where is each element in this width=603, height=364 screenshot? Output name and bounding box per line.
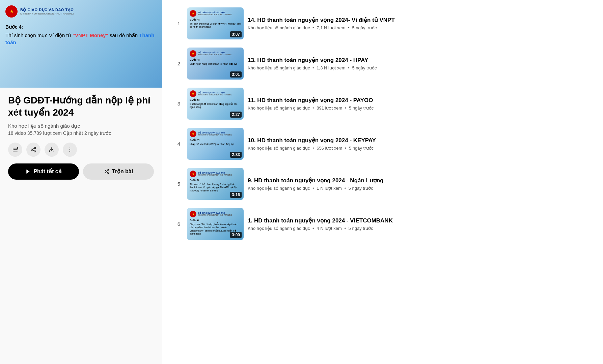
video-subtitle: Kho học liệu số ngành giáo dục • 891 lượ… [248,105,590,111]
video-list: 1 ★ BỘ GIÁO DỤC VÀ ĐÀO TẠO MINISTRY OF E… [172,3,593,244]
logo-icon: ★ [5,5,18,18]
video-meta: 1. HD thanh toán nguyện vọng 2024 - VIET… [248,217,590,231]
video-thumbnail: ★ BỘ GIÁO DỤC VÀ ĐÀO TẠO MINISTRY OF EDU… [187,168,244,200]
video-number: 4 [175,141,183,147]
play-all-button[interactable]: Phát tất cả [8,163,79,180]
ministry-logo: ★ BỘ GIÁO DỤC VÀ ĐÀO TẠO MINISTRY OF EDU… [5,5,157,18]
svg-text:★: ★ [192,132,195,135]
main-thumbnail: ★ BỘ GIÁO DỤC VÀ ĐÀO TẠO MINISTRY OF EDU… [0,0,162,88]
video-thumbnail: ★ BỘ GIÁO DỤC VÀ ĐÀO TẠO MINISTRY OF EDU… [187,88,244,120]
thumb-logo: ★ BỘ GIÁO DỤC VÀ ĐÀO TẠO MINISTRY OF EDU… [190,130,241,137]
thumb-step-desc: Quét mã QR để thanh toán bằng app của cá… [190,102,241,109]
duration-badge: 3:01 [230,71,242,78]
thumb-step-desc: Chọn ngân hàng thanh toán rồi nhấn Tiếp … [190,62,241,65]
thumb-step-label: Bước 5: [190,98,241,102]
shuffle-button[interactable]: Trộn bài [83,163,154,180]
video-number: 2 [175,61,183,66]
video-title: 14. HD thanh toán nguyện vọng 2024- Ví đ… [248,17,590,24]
thumb-logo-icon: ★ [190,10,196,17]
svg-point-13 [31,149,33,151]
video-number: 3 [175,101,183,107]
share-button[interactable] [26,143,40,157]
thumb-ministry-text: BỘ GIÁO DỤC VÀ ĐÀO TẠO MINISTRY OF EDUCA… [198,92,232,96]
video-meta: 14. HD thanh toán nguyện vọng 2024- Ví đ… [248,17,590,30]
panel-info: Bộ GDĐT-Hướng dẫn nộp lệ phí xét tuyển 2… [0,88,162,186]
svg-point-20 [70,151,70,152]
svg-point-18 [70,147,70,148]
svg-text:+: + [17,147,19,150]
video-number: 5 [175,181,183,187]
thumb-logo: ★ BỘ GIÁO DỤC VÀ ĐÀO TẠO MINISTRY OF EDU… [190,90,241,97]
svg-point-14 [34,151,36,152]
thumb-step-label: Bước 4: [190,18,241,22]
video-item[interactable]: 6 ★ BỘ GIÁO DỤC VÀ ĐÀO TẠO MINISTRY OF E… [172,204,593,244]
video-thumbnail: ★ BỘ GIÁO DỤC VÀ ĐÀO TẠO MINISTRY OF EDU… [187,128,244,160]
thumb-step-desc: Nhập mã xác thực (OTP) rồi nhấn Tiếp tục [190,143,241,146]
svg-text:★: ★ [192,92,195,95]
svg-marker-21 [27,170,30,174]
video-item[interactable]: 5 ★ BỘ GIÁO DỤC VÀ ĐÀO TẠO MINISTRY OF E… [172,164,593,204]
thumb-step-desc: Thí sinh có thể chọn 1 trong 3 phương th… [190,183,241,192]
video-item[interactable]: 4 ★ BỘ GIÁO DỤC VÀ ĐÀO TẠO MINISTRY OF E… [172,124,593,164]
video-title: 9. HD thanh toán nguyện vọng 2024 - Ngân… [248,177,590,184]
video-item[interactable]: 1 ★ BỘ GIÁO DỤC VÀ ĐÀO TẠO MINISTRY OF E… [172,3,593,43]
svg-line-24 [105,170,106,171]
video-number: 6 [175,221,183,227]
left-panel: ★ BỘ GIÁO DỤC VÀ ĐÀO TẠO MINISTRY OF EDU… [0,0,162,364]
video-title: 11. HD thanh toán nguyện vọng 2024 - PAY… [248,97,590,104]
thumb-step-label: Bước 4: [190,58,241,62]
step-highlight-vnpt: "VNPT Money" [73,32,108,38]
svg-point-12 [34,147,36,149]
video-title: 10. HD thanh toán nguyện vọng 2024 - KEY… [248,137,590,144]
play-buttons: Phát tất cả Trộn bài [8,163,154,180]
video-title: 13. HD thanh toán nguyện vọng 2024 - HPA… [248,57,590,64]
channel-name: Kho học liệu số ngành giáo dục [8,123,154,129]
step-desc-after: sau đó nhấn [108,32,139,38]
thumb-logo-icon: ★ [190,130,196,137]
thumb-ministry-text: BỘ GIÁO DỤC VÀ ĐÀO TẠO MINISTRY OF EDUCA… [198,212,232,216]
video-meta: 13. HD thanh toán nguyện vọng 2024 - HPA… [248,57,590,70]
duration-badge: 3:00 [230,232,242,238]
thumb-logo: ★ BỘ GIÁO DỤC VÀ ĐÀO TẠO MINISTRY OF EDU… [190,211,241,217]
thumb-ministry-text: BỘ GIÁO DỤC VÀ ĐÀO TẠO MINISTRY OF EDUCA… [198,172,232,176]
playlist-title: Bộ GDĐT-Hướng dẫn nộp lệ phí xét tuyển 2… [8,94,154,119]
duration-badge: 2:33 [230,152,242,158]
step-desc: Thí sinh chọn mục Ví điện tử "VNPT Money… [5,32,157,46]
svg-line-16 [32,148,34,149]
svg-text:★: ★ [192,12,195,15]
duration-badge: 3:16 [230,192,242,198]
video-item[interactable]: 2 ★ BỘ GIÁO DỤC VÀ ĐÀO TẠO MINISTRY OF E… [172,43,593,84]
thumb-step-label: Bước 6: [190,219,241,222]
svg-point-19 [70,149,70,150]
add-to-queue-button[interactable]: + [8,143,22,157]
thumb-logo-icon: ★ [190,211,196,217]
thumb-step-label: Bước 7: [190,139,241,142]
thumb-logo-icon: ★ [190,171,196,177]
video-item[interactable]: 3 ★ BỘ GIÁO DỤC VÀ ĐÀO TẠO MINISTRY OF E… [172,84,593,124]
video-subtitle: Kho học liệu số ngành giáo dục • 1,3 N l… [248,65,590,70]
ministry-name: BỘ GIÁO DỤC VÀ ĐÀO TẠO [20,8,74,12]
thumb-logo: ★ BỘ GIÁO DỤC VÀ ĐÀO TẠO MINISTRY OF EDU… [190,50,241,57]
step-label: Bước 4: [5,24,157,30]
video-subtitle: Kho học liệu số ngành giáo dục • 7,1 N l… [248,25,590,30]
video-subtitle: Kho học liệu số ngành giáo dục • 656 lượ… [248,146,590,151]
video-thumbnail: ★ BỘ GIÁO DỤC VÀ ĐÀO TẠO MINISTRY OF EDU… [187,48,244,80]
video-meta: 9. HD thanh toán nguyện vọng 2024 - Ngân… [248,177,590,191]
svg-point-8 [13,148,13,148]
svg-text:★: ★ [10,9,13,14]
duration-badge: 3:07 [230,31,242,37]
video-thumbnail: ★ BỘ GIÁO DỤC VÀ ĐÀO TẠO MINISTRY OF EDU… [187,208,244,240]
video-subtitle: Kho học liệu số ngành giáo dục • 1 N lượ… [248,186,590,191]
video-meta: 10. HD thanh toán nguyện vọng 2024 - KEY… [248,137,590,151]
thumb-step-label: Bước 5: [190,179,241,182]
svg-text:★: ★ [192,52,195,55]
thumb-ministry-text: BỘ GIÁO DỤC VÀ ĐÀO TẠO MINISTRY OF EDUCA… [198,52,232,56]
thumb-ministry-text: BỘ GIÁO DỤC VÀ ĐÀO TẠO MINISTRY OF EDUCA… [198,132,232,136]
more-options-button[interactable] [63,143,77,157]
video-number: 1 [175,21,183,26]
ministry-text: BỘ GIÁO DỤC VÀ ĐÀO TẠO MINISTRY OF EDUCA… [20,8,74,15]
play-all-label: Phát tất cả [33,168,61,175]
download-button[interactable] [45,143,59,157]
thumb-step-desc: Thí sinh chọn mục Ví điện tử "VNPT Money… [190,22,241,28]
svg-point-9 [13,149,13,150]
